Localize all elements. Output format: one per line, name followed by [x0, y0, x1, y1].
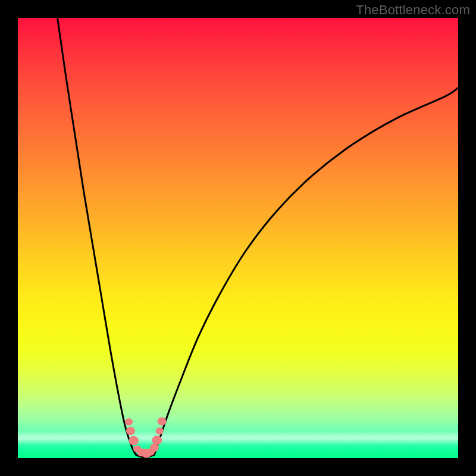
valley-marker: [125, 418, 133, 425]
valley-marker: [157, 417, 166, 425]
bottleneck-curve: [18, 18, 458, 458]
valley-marker: [129, 436, 139, 445]
curve-right-branch: [154, 87, 458, 455]
chart-frame: TheBottleneck.com: [0, 0, 476, 476]
watermark-text: TheBottleneck.com: [356, 2, 470, 18]
valley-marker: [126, 427, 135, 435]
valley-marker: [156, 427, 164, 434]
curve-left-branch: [58, 18, 136, 455]
plot-area: [18, 18, 458, 458]
valley-marker: [152, 436, 162, 444]
